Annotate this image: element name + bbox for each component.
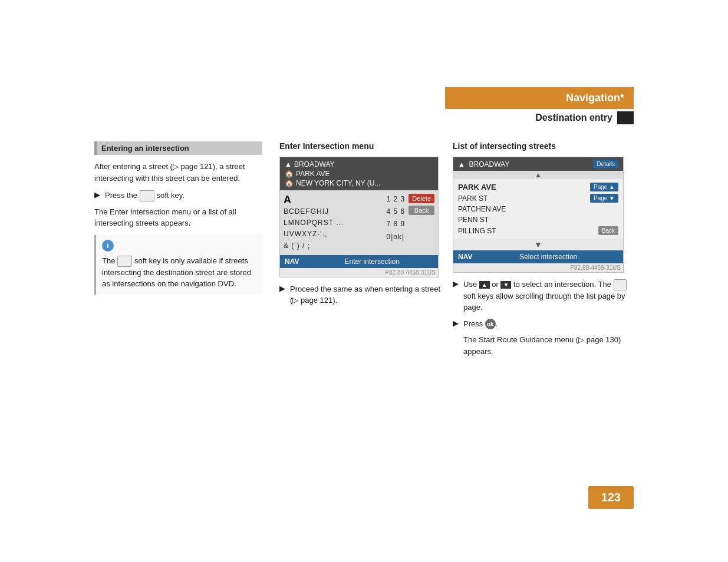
right-panel-title: List of intersecting streets [453,141,635,151]
num-row-1: 1 2 3 [387,194,406,205]
dest-entry-label: Destination entry [535,113,612,123]
r-bullet-arrow-2: ▶ [453,319,459,328]
kbd-letter-a: A [284,194,383,206]
right-bullets: ▶ Use ▲ or ▼ to select an intersection. … [453,279,635,357]
street-row-5: PILLING ST Back [458,225,618,236]
r-bullet-text-1: Use ▲ or ▼ to select an intersection. Th… [463,279,635,313]
nav-label: NAV [285,257,299,266]
street-pilling: PILLING ST [458,227,496,235]
mid-bullet-text: Proceed the same as when entering a stre… [290,283,450,306]
nav-title-bar: Navigation* [445,87,634,109]
street-row-3: PATCHEN AVE [458,204,618,214]
num-row-4: 0|ok| [387,232,406,243]
right-bullet-2: ▶ Press ok. [453,318,635,330]
right-bullet-1: ▶ Use ▲ or ▼ to select an intersection. … [453,279,635,313]
screen-park-ave: PARK AVE [296,170,330,178]
header-area: Navigation* Destination entry [445,87,634,127]
nav-bar-blue: NAV Select intersection [453,250,623,263]
keyboard-area: A BCDEFGHIJ LMNOPQRST ... UVWXYZ-'., & (… [280,190,438,255]
body-text-1: After entering a street (▷ page 121), a … [94,161,262,184]
screen-ny: NEW YORK CITY, NY (U... [296,179,380,187]
screen-line-1: ▲ BROADWAY [285,160,433,169]
inline-key-3 [614,279,627,290]
details-btn[interactable]: Details [593,160,618,168]
r-bullet-arrow-1: ▶ [453,279,459,288]
back-btn[interactable]: Back [409,206,434,215]
nav-action-right: Select intersection [478,253,618,261]
house-icon-2: 🏠 [285,179,294,187]
right-bullet-3-text: The Start Route Guidance menu (▷ page 13… [453,334,635,357]
enter-intersection-screen: ▲ BROADWAY 🏠 PARK AVE 🏠 NEW YORK CITY, N… [279,157,439,277]
kbd-num-col: 1 2 3 4 5 6 7 8 9 0|ok| [387,194,406,252]
num-row-2: 4 5 6 [387,206,406,217]
delete-btn[interactable]: Delete [409,194,434,203]
kbd-letter-col: A BCDEFGHIJ LMNOPQRST ... UVWXYZ-'., & (… [284,194,383,252]
street-row-2: PARK ST Page ▼ [458,193,618,204]
page-down-btn[interactable]: Page ▼ [590,194,618,203]
kbd-row-4: & ( ) / ; [284,240,383,252]
enter-intersection-title: Enter Intersection menu [279,141,450,151]
middle-panel: Enter Intersection menu ▲ BROADWAY 🏠 PAR… [279,141,450,311]
left-panel: Entering an intersection After entering … [94,141,262,295]
street-list-header: ▲ BROADWAY Details [453,157,623,171]
mid-bullet-1: ▶ Proceed the same as when entering a st… [279,283,450,306]
street-park-ave: PARK AVE [458,183,496,191]
right-panel: List of intersecting streets ▲ BROADWAY … [453,141,635,357]
bullet-item-1: ▶ Press the soft key. [94,190,262,201]
street-penn: PENN ST [458,216,489,224]
bullet-arrow-1: ▶ [94,190,100,199]
mid-bullet-arrow: ▶ [279,284,285,293]
street-patchen: PATCHEN AVE [458,205,506,213]
page-number: 123 [588,486,634,509]
street-row-1: PARK AVE Page ▲ [458,181,618,193]
info-text: The soft key is only available if street… [102,255,256,290]
num-row-3: 7 8 9 [387,219,406,230]
street-park-st: PARK ST [458,194,487,203]
bullet-text-1: Press the soft key. [105,190,185,201]
body-text-2: The Enter Intersection menu or a list of… [94,206,262,229]
kbd-btn-col: Delete Back [409,194,434,252]
info-box: i The soft key is only available if stre… [94,235,262,295]
screen-nav-bar: NAV Enter intersection [280,255,438,268]
nav-title: Navigation* [566,92,624,104]
nav-action: Enter intersection [311,257,433,266]
down-arrow-area: ▼ [453,239,623,250]
street-back-btn[interactable]: Back [598,226,618,235]
mid-bullets: ▶ Proceed the same as when entering a st… [279,283,450,306]
street-list-body: PARK AVE Page ▲ PARK ST Page ▼ PATCHEN A… [453,179,623,239]
kbd-row-3: UVWXYZ-'., [284,229,383,240]
inline-key-1 [140,190,154,201]
house-icon-1: 🏠 [285,170,294,178]
kbd-row-2: LMNOPQRST ... [284,217,383,229]
screen-caption: P82.80-4458-31US [280,268,438,277]
screen-broadway: BROADWAY [294,160,335,168]
screen-top-bar: ▲ BROADWAY 🏠 PARK AVE 🏠 NEW YORK CITY, N… [280,157,438,190]
screen-line-2: 🏠 PARK AVE [285,169,433,178]
street-row-4: PENN ST [458,214,618,225]
dest-entry-bar: Destination entry [445,109,634,127]
r-bullet-text-2: Press ok. [463,318,498,330]
section-heading: Entering an intersection [94,141,262,155]
street-list-screen: ▲ BROADWAY Details ▲ PARK AVE Page ▲ PAR… [453,157,624,273]
screen-line-3: 🏠 NEW YORK CITY, NY (U... [285,178,433,188]
car-icon: ▲ [285,160,292,168]
page-up-btn[interactable]: Page ▲ [590,183,618,191]
nav-label-right: NAV [458,253,472,261]
inline-key-2 [117,256,132,267]
info-icon: i [102,240,114,252]
right-screen-caption: P82.80-4459-31US [453,263,623,272]
up-arrow-area: ▲ [453,171,623,179]
dest-entry-block [617,111,634,124]
kbd-row-1: BCDEFGHIJ [284,206,383,217]
sl-broadway: ▲ BROADWAY [458,160,509,168]
